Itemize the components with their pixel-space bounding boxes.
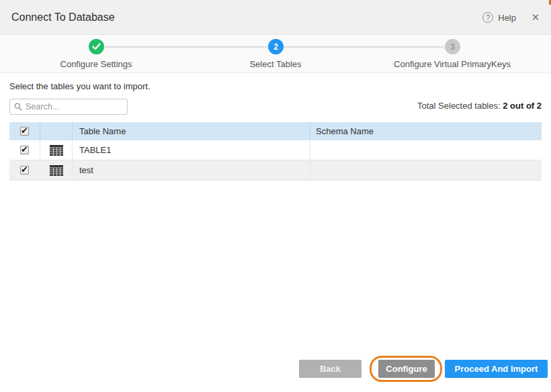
step1-completed-check-icon <box>89 39 104 54</box>
stepper: Configure Settings 2 Select Tables 3 Con… <box>0 35 551 73</box>
column-header-table-name: Table Name <box>73 122 310 140</box>
search-box <box>9 99 128 115</box>
table-header-row: Table Name Schema Name <box>9 122 542 140</box>
step2-label: Select Tables <box>249 59 301 69</box>
search-icon <box>14 103 22 111</box>
summary-value: 2 out of 2 <box>503 101 542 111</box>
step3-number-badge: 3 <box>445 39 460 54</box>
select-all-checkbox[interactable] <box>20 127 29 136</box>
column-header-schema-name: Schema Name <box>310 122 542 140</box>
stepper-connector-1 <box>105 46 267 48</box>
table-grid-icon <box>50 165 63 176</box>
row-checkbox-cell <box>9 160 40 180</box>
dialog-title: Connect To Database <box>11 0 115 35</box>
stepper-connector-2 <box>284 46 444 48</box>
question-mark-icon: ? <box>482 12 493 23</box>
connect-to-database-dialog: Connect To Database ? Help ✕ Configure S… <box>0 0 551 392</box>
step1-label: Configure Settings <box>60 59 132 69</box>
header-icon-cell <box>40 122 73 140</box>
schema-name-cell <box>310 160 542 180</box>
row-checkbox[interactable] <box>20 166 29 175</box>
header-checkbox-cell <box>9 122 40 140</box>
table-row[interactable]: test <box>9 160 542 181</box>
help-button[interactable]: ? Help <box>482 0 516 35</box>
instruction-text: Select the tables you want to import. <box>9 81 151 91</box>
summary-label: Total Selected tables: <box>417 101 501 111</box>
search-input[interactable] <box>26 102 123 111</box>
step3-label: Configure Virtual PrimaryKeys <box>394 59 511 69</box>
selected-tables-summary: Total Selected tables: 2 out of 2 <box>417 101 542 111</box>
row-checkbox[interactable] <box>20 146 29 154</box>
close-icon[interactable]: ✕ <box>529 11 542 23</box>
table-row[interactable]: TABLE1 <box>9 140 542 160</box>
configure-button[interactable]: Configure <box>378 360 435 378</box>
back-button[interactable]: Back <box>299 360 362 378</box>
row-checkbox-cell <box>9 140 40 160</box>
help-label: Help <box>498 13 516 23</box>
schema-name-cell <box>310 140 542 160</box>
row-icon-cell <box>40 160 73 180</box>
proceed-and-import-button[interactable]: Proceed And Import <box>445 360 548 378</box>
row-icon-cell <box>40 140 73 160</box>
table-name-cell: TABLE1 <box>73 140 310 160</box>
table-name-cell: test <box>73 160 310 180</box>
step2-number-badge: 2 <box>268 39 284 54</box>
tables-grid: Table Name Schema Name TABLE1 test <box>9 122 542 181</box>
table-grid-icon <box>50 145 63 156</box>
titlebar: Connect To Database ? Help ✕ <box>0 0 551 35</box>
